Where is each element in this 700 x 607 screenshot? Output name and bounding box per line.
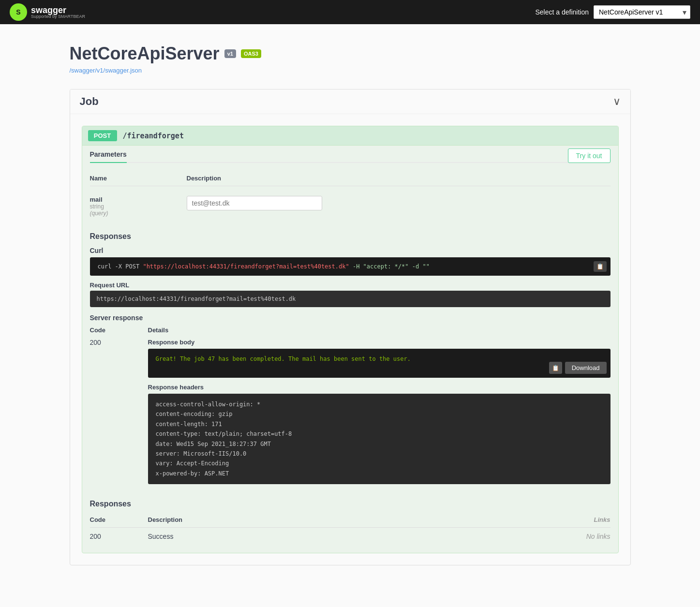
try-it-out-button[interactable]: Try it out <box>568 148 611 163</box>
swagger-json-link[interactable]: /swagger/v1/swagger.json <box>70 67 142 74</box>
resp-header-length: content-length: 171 <box>156 419 603 429</box>
endpoint-area: POST /fireandforget Parameters Try it ou… <box>70 114 630 565</box>
topnav-right: Select a definition NetCoreApiServer v1 <box>535 5 690 19</box>
bottom-col-code: Code <box>90 516 148 523</box>
request-url-block: https://localhost:44331/fireandforget?ma… <box>90 291 611 307</box>
resp-header-powered: x-powered-by: ASP.NET <box>156 469 603 478</box>
curl-section: Curl curl -X POST "https://localhost:443… <box>90 247 611 276</box>
param-row-mail: mail string (query) <box>90 192 611 221</box>
params-header-row: Name Description <box>90 171 611 186</box>
resp-header-vary: vary: Accept-Encoding <box>156 459 603 468</box>
bottom-resp-description: Success <box>148 533 552 540</box>
topnav: S swagger Supported by SMARTBEAR Select … <box>0 0 700 24</box>
bottom-resp-code: 200 <box>90 533 148 540</box>
endpoint-block: POST /fireandforget Parameters Try it ou… <box>82 126 619 553</box>
bottom-resp-links: No links <box>552 533 611 540</box>
job-title: Job <box>80 95 99 108</box>
api-title-row: NetCoreApiServer v1 OAS3 <box>70 44 631 64</box>
params-col-name: Name <box>90 175 187 182</box>
brand-name: swagger <box>31 6 85 15</box>
curl-command: curl -X POST <box>98 263 143 270</box>
bottom-responses-title: Responses <box>90 500 611 508</box>
server-resp-row-200: 200 Response body Great! The job 47 has … <box>90 337 611 486</box>
resp-header-encoding: content-encoding: gzip <box>156 409 603 419</box>
param-location: (query) <box>90 210 187 217</box>
request-url-section: Request URL https://localhost:44331/fire… <box>90 281 611 307</box>
resp-copy-button[interactable]: 📋 <box>549 362 562 374</box>
main-content: NetCoreApiServer v1 OAS3 /swagger/v1/swa… <box>60 24 640 575</box>
server-response-section: Server response Code Details 200 Respons… <box>90 314 611 486</box>
brand-text: swagger Supported by SMARTBEAR <box>31 6 85 19</box>
resp-details-col: Response body Great! The job 47 has been… <box>148 339 611 484</box>
request-url-label: Request URL <box>90 281 611 289</box>
params-tab-row: Parameters Try it out <box>90 146 611 171</box>
select-label: Select a definition <box>535 8 589 16</box>
code-col-header: Code <box>90 326 148 334</box>
resp-header-allow-origin: access-control-allow-origin: * <box>156 400 603 409</box>
resp-header-server: server: Microsoft-IIS/10.0 <box>156 449 603 459</box>
curl-url: "https://localhost:44331/fireandforget?m… <box>143 263 349 270</box>
sub-brand: Supported by SMARTBEAR <box>31 15 85 19</box>
job-header[interactable]: Job ∨ <box>70 89 630 114</box>
server-response-label: Server response <box>90 314 611 322</box>
api-title-text: NetCoreApiServer <box>70 44 220 64</box>
badge-v1: v1 <box>224 49 236 58</box>
bottom-col-description: Description <box>148 516 552 523</box>
endpoint-path: /fireandforget <box>123 132 184 140</box>
curl-copy-button[interactable]: 📋 <box>594 261 607 272</box>
resp-headers-block: access-control-allow-origin: * content-e… <box>148 394 611 484</box>
definition-select[interactable]: NetCoreApiServer v1 <box>594 5 690 19</box>
definition-select-wrapper[interactable]: NetCoreApiServer v1 <box>594 5 690 19</box>
job-section: Job ∨ POST /fireandforget Parameters Try… <box>70 89 631 565</box>
responses-section-title: Responses <box>90 232 611 241</box>
resp-header-date: date: Wed15 Sep 2021_18:27:37 GMT <box>156 439 603 449</box>
resp-header-type: content-type: text/plain; charset=utf-8 <box>156 429 603 439</box>
method-badge: POST <box>88 130 117 141</box>
param-name-col: mail string (query) <box>90 196 187 217</box>
swagger-logo-icon: S <box>10 3 27 21</box>
parameters-section: Parameters Try it out Name Description m… <box>82 146 618 228</box>
bottom-responses: Responses Code Description Links 200 Suc… <box>82 494 618 553</box>
resp-body-block: Great! The job 47 has been completed. Th… <box>148 349 611 378</box>
resp-code-200: 200 <box>90 339 148 346</box>
endpoint-header[interactable]: POST /fireandforget <box>82 126 618 146</box>
params-tabs: Parameters Try it out <box>90 146 611 163</box>
resp-body-label: Response body <box>148 339 611 346</box>
params-col-description: Description <box>187 175 611 182</box>
logo-area: S swagger Supported by SMARTBEAR <box>10 3 85 21</box>
responses-section: Responses Curl curl -X POST "https://loc… <box>82 232 618 494</box>
param-input-col <box>187 196 611 217</box>
resp-actions: 📋 Download <box>549 362 607 374</box>
server-resp-header: Code Details <box>90 325 611 337</box>
curl-label: Curl <box>90 247 611 254</box>
resp-body-text: Great! The job 47 has been completed. Th… <box>156 355 411 362</box>
resp-headers-label: Response headers <box>148 384 611 391</box>
curl-headers: -H "accept: */*" -d "" <box>349 263 430 270</box>
param-mail-input[interactable] <box>187 196 322 210</box>
chevron-down-icon: ∨ <box>613 95 621 108</box>
tab-parameters[interactable]: Parameters <box>90 146 127 163</box>
download-button[interactable]: Download <box>565 362 607 374</box>
badge-oas3: OAS3 <box>241 49 261 58</box>
param-name: mail <box>90 196 187 203</box>
api-title-area: NetCoreApiServer v1 OAS3 /swagger/v1/swa… <box>70 44 631 74</box>
details-col-header: Details <box>148 326 611 334</box>
bottom-resp-row-200: 200 Success No links <box>90 528 611 545</box>
bottom-resp-header: Code Description Links <box>90 514 611 528</box>
bottom-col-links: Links <box>552 516 611 523</box>
param-type: string <box>90 203 187 210</box>
curl-code-block: curl -X POST "https://localhost:44331/fi… <box>90 257 611 276</box>
